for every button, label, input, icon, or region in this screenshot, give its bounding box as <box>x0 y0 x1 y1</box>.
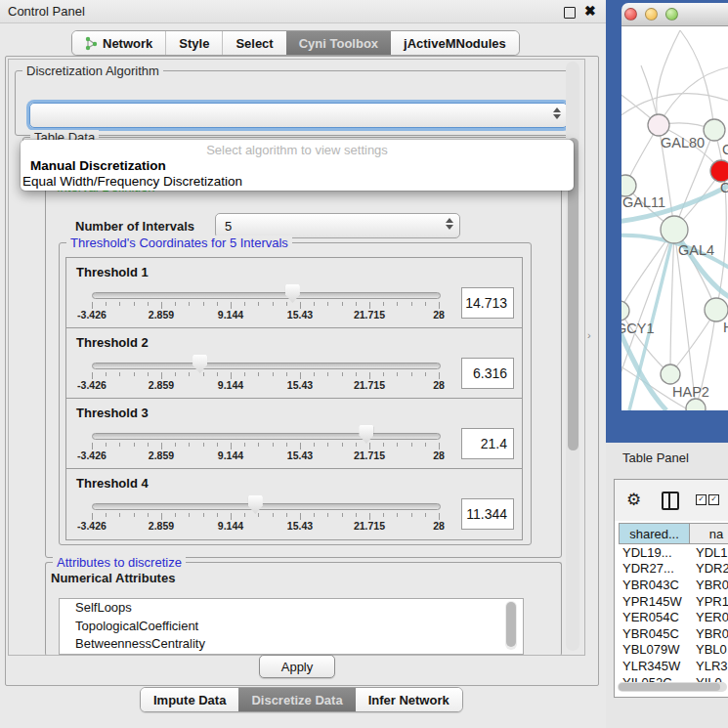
scrollbar-thumb[interactable] <box>619 683 720 691</box>
table-cell[interactable]: YBR0 <box>690 626 728 641</box>
threshold-slider[interactable]: -3.4262.8599.14415.4321.71528 <box>92 426 439 459</box>
network-node[interactable] <box>621 301 629 321</box>
network-node[interactable] <box>704 119 725 141</box>
tick-label: 2.859 <box>149 520 174 532</box>
table-cell[interactable]: YDR27... <box>619 561 690 576</box>
table-cell[interactable]: YER054C <box>619 610 690 624</box>
slider-track[interactable] <box>92 363 441 369</box>
close-icon[interactable]: ✖ <box>584 3 596 19</box>
network-node-label: GAL80 <box>661 135 705 150</box>
checkbox-icon[interactable]: ✓ <box>696 494 707 505</box>
list-scrollbar[interactable] <box>505 601 517 650</box>
network-window-titlebar[interactable] <box>621 3 728 26</box>
tick-label: 21.715 <box>354 309 385 321</box>
splitter-collapse-handle[interactable]: › <box>587 329 591 341</box>
threshold-panel-4: Threshold 4 -3.4262.8599.14415.4321.7152… <box>65 468 523 540</box>
network-edge[interactable] <box>659 67 728 125</box>
table-hscrollbar[interactable] <box>618 682 727 692</box>
table-cell[interactable]: YBR0 <box>690 578 728 592</box>
threshold-slider[interactable]: -3.4262.8599.14415.4321.71528 <box>92 285 439 319</box>
tab-discretize-data[interactable]: Discretize Data <box>238 688 355 711</box>
attribute-list-item[interactable]: SelfLoops <box>60 599 523 618</box>
table-cell[interactable]: YDL19... <box>619 545 690 560</box>
network-node[interactable] <box>661 216 688 243</box>
attribute-list-item[interactable]: TopologicalCoefficient <box>60 618 523 636</box>
network-canvas[interactable]: GAL80GALCGAL11GAL4GCY1HHAP2 <box>621 26 728 410</box>
table-row[interactable]: YLR345WYLR3 <box>619 658 728 674</box>
threshold-value-field[interactable]: 21.4 <box>461 428 514 459</box>
table-cell[interactable]: YPR145W <box>619 594 690 609</box>
zoom-traffic-light-icon[interactable] <box>665 8 678 21</box>
group-title: Attributes to discretize <box>53 555 186 570</box>
table-cell[interactable]: YPR1 <box>690 594 728 609</box>
table-cell[interactable]: YLR345W <box>619 659 690 673</box>
network-node[interactable] <box>686 399 706 410</box>
group-title: Discretization Algorithm <box>22 64 163 78</box>
number-of-intervals-label: Number of Intervals <box>75 219 194 234</box>
slider-thumb[interactable] <box>248 495 263 514</box>
table-cell[interactable]: YBR045C <box>619 626 690 641</box>
table-row[interactable]: YER054CYER0 <box>619 609 728 625</box>
slider-thumb[interactable] <box>359 425 373 444</box>
slider-track[interactable] <box>92 433 441 440</box>
table-row[interactable]: YPR145WYPR1 <box>619 593 728 610</box>
tab-infer-network[interactable]: Infer Network <box>356 688 462 711</box>
threshold-slider[interactable]: -3.4262.8599.14415.4321.71528 <box>92 496 439 530</box>
table-cell[interactable]: YIL0 <box>690 675 722 682</box>
tab-jactivemnodules[interactable]: jActiveMNodules <box>391 31 519 55</box>
scrollbar-thumb[interactable] <box>506 602 516 647</box>
algorithm-combo[interactable] <box>29 103 568 128</box>
apply-button[interactable]: Apply <box>259 655 335 678</box>
right-pane: GAL80GALCGAL11GAL4GCY1HHAP2 Table Panel … <box>606 0 728 728</box>
network-node[interactable] <box>710 160 728 182</box>
table-cell[interactable]: YBL079W <box>619 642 690 657</box>
table-row[interactable]: YDR27...YDR2 <box>619 561 728 578</box>
slider-track[interactable] <box>92 503 441 510</box>
table-cell[interactable]: YIL052C <box>619 675 690 682</box>
float-window-icon[interactable] <box>564 7 576 19</box>
slider-thumb[interactable] <box>193 355 207 373</box>
slider-track[interactable] <box>92 292 441 299</box>
table-cell[interactable]: YBR043C <box>619 578 690 592</box>
popup-option-equal-width-frequency[interactable]: Equal Width/Frequency Discretization <box>22 174 242 189</box>
tab-select[interactable]: Select <box>222 31 285 55</box>
network-node[interactable] <box>621 175 636 196</box>
tab-style[interactable]: Style <box>165 31 222 55</box>
popup-option-manual-discretization[interactable]: Manual Discretization <box>30 158 166 173</box>
table-cell[interactable]: YDR2 <box>690 561 728 576</box>
threshold-slider[interactable]: -3.4262.8599.14415.4321.71528 <box>92 356 439 389</box>
close-traffic-light-icon[interactable] <box>624 8 637 21</box>
column-header-name[interactable]: na <box>690 523 728 544</box>
network-node[interactable] <box>705 298 728 321</box>
network-node-label: GAL <box>722 142 728 157</box>
threshold-value-field[interactable]: 11.344 <box>461 498 514 530</box>
table-cell[interactable]: YBL0 <box>690 642 727 657</box>
table-row[interactable]: YIL052CYIL0 <box>619 674 728 682</box>
table-cell[interactable]: YLR3 <box>690 659 728 673</box>
gear-icon[interactable]: ⚙ <box>626 490 641 510</box>
network-node[interactable] <box>648 114 669 136</box>
tick-label: 15.43 <box>287 309 313 321</box>
columns-icon[interactable] <box>662 492 679 510</box>
table-row[interactable]: YBL079WYBL0 <box>619 642 728 659</box>
tab-impute-data[interactable]: Impute Data <box>141 688 238 711</box>
numerical-attributes-list[interactable]: SelfLoopsTopologicalCoefficientBetweenne… <box>59 598 524 655</box>
column-header-shared-name[interactable]: shared... <box>619 523 690 544</box>
threshold-value-field[interactable]: 14.713 <box>461 287 514 319</box>
attribute-list-item[interactable]: BetweennessCentrality <box>60 635 523 654</box>
table-cell[interactable]: YDL1 <box>690 545 728 560</box>
network-node[interactable] <box>661 364 680 384</box>
slider-thumb[interactable] <box>285 284 300 303</box>
table-toolbar: ⚙ ✓ ✓ <box>615 480 728 521</box>
table-row[interactable]: YDL19...YDL1 <box>619 544 728 561</box>
threshold-value-field[interactable]: 6.316 <box>461 358 514 389</box>
tick-label: 21.715 <box>354 520 385 532</box>
minimize-traffic-light-icon[interactable] <box>645 8 658 21</box>
table-row[interactable]: YBR045CYBR0 <box>619 625 728 642</box>
checkbox-icon[interactable]: ✓ <box>708 494 719 505</box>
table-row[interactable]: YBR043CYBR0 <box>619 577 728 593</box>
tab-cyni-toolbox[interactable]: Cyni Toolbox <box>286 31 391 55</box>
table-cell[interactable]: YER0 <box>690 610 728 624</box>
tab-network[interactable]: Network <box>72 31 165 55</box>
network-edge[interactable] <box>657 30 680 125</box>
